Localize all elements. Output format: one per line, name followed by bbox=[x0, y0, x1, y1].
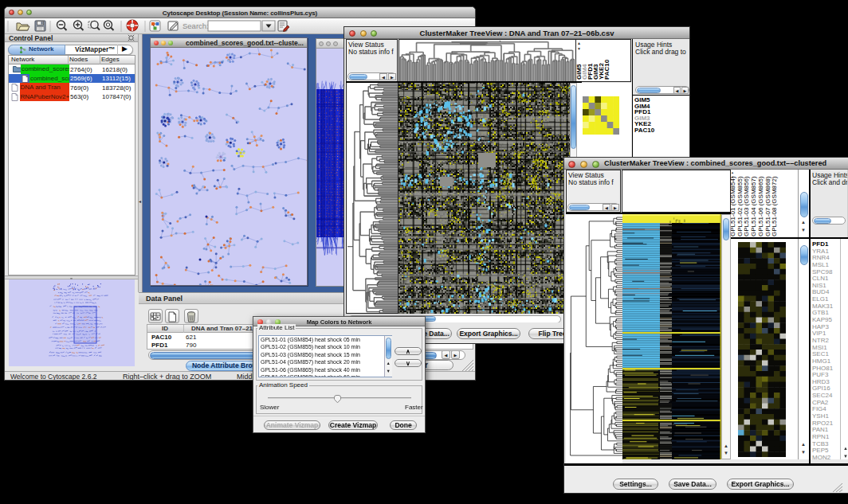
svg-text:Search:: Search: bbox=[183, 21, 209, 30]
